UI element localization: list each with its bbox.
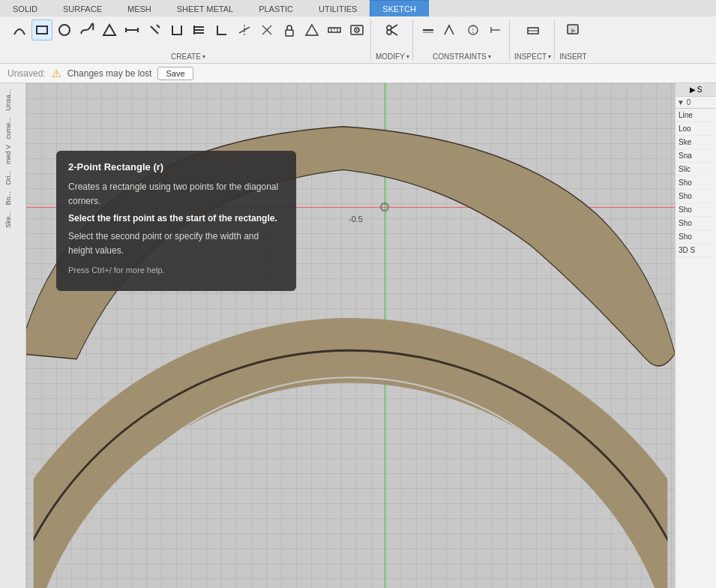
angle-tool-icon[interactable] — [234, 20, 255, 40]
tab-mesh[interactable]: MESH — [115, 0, 164, 16]
svg-line-7 — [157, 25, 160, 28]
polygon-tool-icon[interactable] — [99, 20, 120, 40]
toolbar: SOLID SURFACE MESH SHEET METAL PLASTIC U… — [0, 0, 716, 64]
tab-sketch[interactable]: SKETCH — [370, 0, 429, 16]
svg-line-27 — [391, 25, 398, 29]
main-area: Unsa... cume... med V Ori... Bo... Ske..… — [0, 83, 716, 588]
left-panel-item-unsaved[interactable]: Unsa... — [0, 86, 25, 114]
lock-icon[interactable] — [279, 20, 300, 40]
left-panel: Unsa... cume... med V Ori... Bo... Ske..… — [0, 83, 26, 588]
constraint3-icon[interactable] — [463, 20, 484, 40]
sketch-triangle-icon[interactable] — [301, 20, 322, 40]
constraints-icons — [418, 20, 506, 40]
hatch-tool-icon[interactable] — [189, 20, 210, 40]
constraint2-icon[interactable] — [440, 20, 461, 40]
modify-chevron: ▾ — [406, 53, 409, 60]
save-button[interactable]: Save — [157, 67, 193, 80]
image-tool-icon[interactable] — [346, 20, 367, 40]
toolbar-group-inspect: INSPECT ▾ — [511, 20, 555, 61]
svg-point-1 — [59, 25, 70, 35]
inspect-label: INSPECT — [514, 52, 547, 61]
inspect-icons — [523, 20, 544, 40]
modify-icons — [382, 20, 403, 40]
tab-bar: SOLID SURFACE MESH SHEET METAL PLASTIC U… — [0, 0, 716, 16]
svg-line-28 — [391, 32, 398, 36]
spline-tool-icon[interactable] — [76, 20, 97, 40]
insert-icons — [562, 20, 583, 40]
left-panel-item-origin[interactable]: Ori... — [0, 167, 25, 188]
inspect1-icon[interactable] — [523, 20, 544, 40]
create-group-label[interactable]: CREATE ▾ — [171, 52, 205, 61]
rsp-item-line[interactable]: Line — [676, 109, 716, 122]
rectangle-tool-icon[interactable] — [31, 20, 52, 40]
offset-tool-icon[interactable] — [166, 20, 187, 40]
insert-label: INSERT — [559, 52, 587, 61]
tab-sheet-metal[interactable]: SHEET METAL — [164, 0, 246, 16]
arc-tool-icon[interactable] — [9, 20, 30, 40]
scissors-icon[interactable] — [382, 20, 403, 40]
warning-icon: ⚠ — [52, 68, 61, 80]
svg-point-24 — [356, 29, 358, 31]
tab-surface[interactable]: SURFACE — [50, 0, 115, 16]
constraints-group-label[interactable]: CONSTRAINTS ▾ — [433, 52, 491, 61]
dimension-tool-icon[interactable] — [211, 20, 232, 40]
rsp-item-sho5[interactable]: Sho — [676, 230, 716, 244]
changes-text: Changes may be lost — [67, 68, 152, 79]
svg-line-6 — [151, 26, 158, 34]
left-panel-item-med[interactable]: med V — [0, 142, 25, 167]
create-chevron: ▾ — [202, 53, 205, 60]
inspect-group-label[interactable]: INSPECT ▾ — [514, 52, 551, 61]
svg-rect-0 — [37, 26, 47, 34]
constraint4-icon[interactable] — [485, 20, 506, 40]
panel-header-s: S — [697, 86, 703, 94]
canvas-area[interactable]: -0.5 2-Point Rectangle ( — [26, 83, 675, 588]
constraints-label: CONSTRAINTS — [433, 52, 487, 61]
rsp-item-sna[interactable]: Sna — [676, 149, 716, 163]
svg-marker-17 — [306, 25, 318, 35]
rsp-item-slic[interactable]: Slic — [676, 163, 716, 176]
rsp-item-ske[interactable]: Ske — [676, 136, 716, 149]
line-tool-icon[interactable] — [121, 20, 142, 40]
toolbar-group-create: CREATE ▾ — [6, 20, 371, 61]
tab-solid[interactable]: SOLID — [0, 0, 50, 16]
create-label: CREATE — [171, 52, 201, 61]
rsp-item-sho2[interactable]: Sho — [676, 190, 716, 203]
left-panel-item-bodies[interactable]: Bo... — [0, 188, 25, 208]
tab-plastic[interactable]: PLASTIC — [246, 0, 306, 16]
left-panel-item-sketches[interactable]: Ske... — [0, 208, 25, 231]
tab-utilities[interactable]: UTILITIES — [306, 0, 370, 16]
svg-point-26 — [387, 30, 391, 34]
modify-group-label[interactable]: MODIFY ▾ — [376, 52, 409, 61]
ruler-tool-icon[interactable] — [324, 20, 345, 40]
inspect-chevron: ▾ — [548, 53, 551, 60]
toolbar-group-insert: INSERT — [556, 20, 590, 61]
insert-group-label[interactable]: INSERT — [559, 52, 587, 61]
toolbar-group-modify: MODIFY ▾ — [373, 20, 413, 61]
status-bar: Unsaved: ⚠ Changes may be lost Save — [0, 64, 716, 83]
unsaved-label: Unsaved: — [7, 68, 46, 79]
rsp-item-sho1[interactable]: Sho — [676, 176, 716, 190]
rsp-header: ▶ S — [676, 83, 716, 97]
toolbar-icons: CREATE ▾ MODIFY ▾ — [0, 16, 716, 64]
panel-toggle-icon[interactable]: ▶ — [690, 86, 696, 94]
rsp-item-sho3[interactable]: Sho — [676, 203, 716, 217]
trim-tool-icon[interactable] — [144, 20, 165, 40]
constraint1-icon[interactable] — [418, 20, 439, 40]
modify-label: MODIFY — [376, 52, 405, 61]
circle-tool-icon[interactable] — [54, 20, 75, 40]
svg-marker-2 — [103, 25, 115, 35]
rsp-item-loo[interactable]: Loo — [676, 122, 716, 136]
insert-icon[interactable] — [562, 20, 583, 40]
toolbar-group-constraints: CONSTRAINTS ▾ — [415, 20, 510, 61]
left-panel-item-document[interactable]: cume... — [0, 114, 25, 142]
create-icons — [9, 20, 367, 40]
rsp-item-3ds[interactable]: 3D S — [676, 244, 716, 257]
origin-point — [380, 202, 389, 212]
constraints-chevron: ▾ — [488, 53, 491, 60]
cross-tool-icon[interactable] — [256, 20, 277, 40]
svg-point-25 — [387, 26, 391, 30]
arc-shape — [26, 83, 675, 588]
rsp-item-sho4[interactable]: Sho — [676, 217, 716, 230]
right-side-panel: ▶ S ▼ 0 Line Loo Ske Sna Slic Sho Sho Sh… — [675, 83, 716, 588]
section-0-header[interactable]: ▼ 0 — [676, 97, 716, 109]
